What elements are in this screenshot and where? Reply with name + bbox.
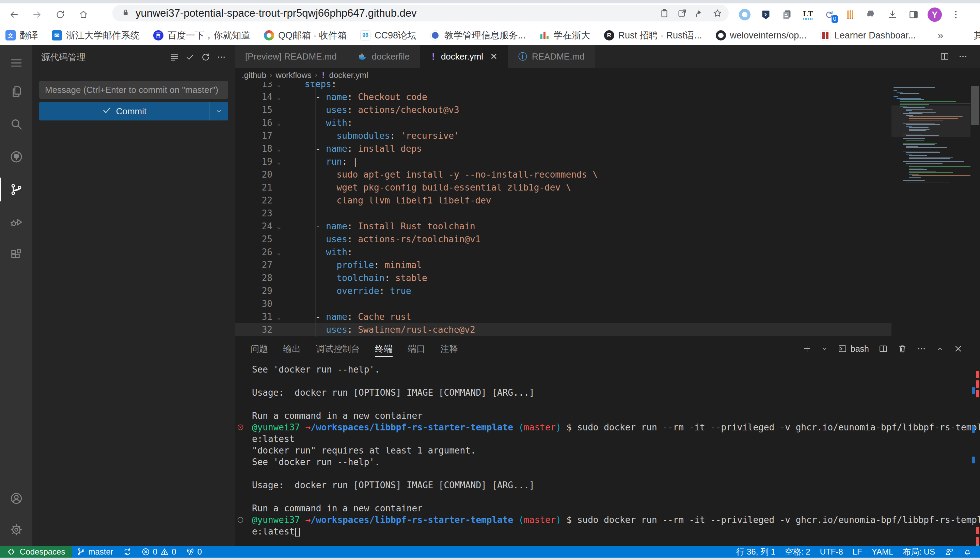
bookmark-item[interactable]: 百百度一下，你就知道 bbox=[153, 29, 250, 42]
star-icon[interactable] bbox=[712, 8, 722, 18]
puzzle-button[interactable] bbox=[864, 7, 879, 22]
terminal[interactable]: See 'docker run --help'.Usage: docker ru… bbox=[235, 364, 980, 546]
kebab-button[interactable] bbox=[948, 7, 963, 22]
panel-tab-调试控制台[interactable]: 调试控制台 bbox=[316, 337, 360, 360]
fold-chevron-icon[interactable]: ⌄ bbox=[274, 142, 283, 155]
commit-message-input[interactable] bbox=[39, 81, 228, 99]
forward-icon[interactable] bbox=[28, 5, 46, 24]
line-number: 31 bbox=[235, 310, 273, 323]
avatar-button[interactable]: Y bbox=[927, 7, 942, 22]
fold-chevron-icon[interactable]: ⌄ bbox=[274, 155, 283, 168]
share-icon[interactable] bbox=[695, 8, 705, 18]
status-keyboard-layout[interactable]: 布局: US bbox=[898, 546, 940, 558]
chev-down-icon[interactable] bbox=[821, 345, 828, 352]
commit-dropdown-chevron[interactable] bbox=[209, 102, 228, 120]
clipboard-icon[interactable] bbox=[659, 8, 669, 18]
split-icon[interactable] bbox=[878, 344, 888, 353]
check-icon[interactable] bbox=[185, 52, 195, 62]
home-icon[interactable] bbox=[74, 5, 93, 24]
activity-extensions[interactable] bbox=[0, 240, 32, 270]
plus-icon[interactable] bbox=[802, 344, 812, 353]
commit-button[interactable]: Commit bbox=[39, 102, 228, 120]
ellipsis-icon[interactable] bbox=[217, 52, 226, 62]
tab-dockerfile[interactable]: dockerfile bbox=[347, 45, 420, 68]
activity-run-debug[interactable] bbox=[0, 208, 32, 237]
status-language-mode[interactable]: YAML bbox=[867, 546, 898, 558]
pencils-button[interactable] bbox=[843, 7, 858, 22]
activity-source-control[interactable] bbox=[0, 175, 32, 204]
chev-up-icon[interactable] bbox=[936, 345, 944, 353]
panel-button[interactable] bbox=[906, 7, 921, 22]
activity-github[interactable] bbox=[0, 142, 32, 172]
fold-chevron-icon[interactable]: ⌄ bbox=[274, 220, 283, 233]
split-icon[interactable] bbox=[940, 52, 949, 61]
activity-menu[interactable] bbox=[0, 48, 32, 78]
bookmark-item[interactable]: 98CC98论坛 bbox=[360, 29, 416, 42]
panel-tab-注释[interactable]: 注释 bbox=[440, 337, 458, 360]
status-encoding[interactable]: UTF-8 bbox=[815, 546, 848, 558]
status-cursor-position[interactable]: 行 36, 列 1 bbox=[731, 546, 780, 558]
panel-tab-问题[interactable]: 问题 bbox=[250, 337, 268, 360]
breadcrumb-item[interactable]: .github bbox=[242, 70, 266, 80]
bookmarks-overflow-chevron[interactable]: » bbox=[929, 30, 952, 41]
bookmark-item[interactable]: weloveinterns/op... bbox=[716, 30, 807, 41]
fold-chevron-icon[interactable]: ⌄ bbox=[274, 117, 283, 129]
status-branch[interactable]: master bbox=[72, 546, 118, 558]
fold-chevron-icon[interactable]: ⌄ bbox=[274, 90, 283, 103]
languagetool-button[interactable]: LT bbox=[801, 7, 816, 22]
status-eol[interactable]: LF bbox=[848, 546, 867, 558]
bookmark-item[interactable]: Learner Dashboar... bbox=[820, 30, 916, 41]
breadcrumb-item[interactable]: docker.yml bbox=[329, 70, 368, 80]
ellipsis-icon[interactable] bbox=[916, 344, 926, 353]
ring-button[interactable] bbox=[737, 7, 752, 22]
scrollbar-thumb[interactable] bbox=[971, 86, 979, 125]
minimap-viewport[interactable] bbox=[891, 105, 970, 137]
terminal-instance-bash[interactable]: bash bbox=[838, 344, 869, 354]
bookmark-item[interactable]: QQ邮箱 - 收件箱 bbox=[264, 29, 347, 42]
url-text[interactable]: yunwei37-potential-space-trout-rpr5qwj66… bbox=[135, 7, 416, 19]
panel-tab-输出[interactable]: 输出 bbox=[283, 337, 301, 360]
fold-chevron-icon[interactable]: ⌄ bbox=[274, 246, 283, 258]
breadcrumb-item[interactable]: workflows bbox=[276, 70, 311, 80]
back-icon[interactable] bbox=[5, 5, 23, 24]
status-problems[interactable]: 00 bbox=[137, 546, 181, 558]
fold-chevron-icon[interactable]: ⌄ bbox=[274, 310, 283, 323]
bookmark-item[interactable]: 学在浙大 bbox=[539, 29, 590, 42]
view-list-icon[interactable] bbox=[170, 52, 179, 62]
sync-badge-button[interactable]: 0 bbox=[822, 7, 837, 22]
fold-chevron-icon[interactable]: ⌄ bbox=[274, 82, 283, 90]
status-ports[interactable]: 0 bbox=[181, 546, 207, 558]
tab-docker.yml[interactable]: !docker.yml✕ bbox=[420, 45, 508, 68]
status-codespaces[interactable]: Codespaces bbox=[0, 546, 72, 558]
panel-tab-终端[interactable]: 终端 bbox=[375, 337, 393, 360]
shield-button[interactable] bbox=[758, 7, 773, 22]
pages-button[interactable] bbox=[779, 7, 794, 22]
tab-readme.md[interactable]: ⓘREADME.md bbox=[508, 45, 595, 68]
ellipsis-icon[interactable] bbox=[958, 52, 968, 61]
activity-explorer[interactable] bbox=[0, 77, 32, 106]
bookmark-item[interactable]: 教学管理信息服务... bbox=[430, 29, 526, 42]
status-feedback[interactable] bbox=[940, 546, 958, 558]
download-button[interactable] bbox=[885, 7, 900, 22]
activity-account[interactable] bbox=[0, 484, 32, 513]
other-bookmarks[interactable]: 其他书签 bbox=[960, 29, 980, 42]
profile-avatar[interactable]: Y bbox=[928, 7, 942, 22]
reload-icon[interactable] bbox=[51, 5, 69, 24]
activity-settings-gear[interactable] bbox=[0, 515, 32, 544]
status-sync[interactable] bbox=[118, 546, 137, 558]
status-notifications[interactable] bbox=[958, 546, 977, 558]
bookmark-item[interactable]: 文翻译 bbox=[5, 29, 38, 42]
open-in-new-icon[interactable] bbox=[677, 8, 687, 18]
bookmark-item[interactable]: ✉浙江大学邮件系统 bbox=[52, 29, 140, 42]
address-bar[interactable]: yunwei37-potential-space-trout-rpr5qwj66… bbox=[112, 5, 729, 22]
bookmark-item[interactable]: RRust 招聘 - Rust语... bbox=[604, 29, 702, 42]
panel-tab-端口[interactable]: 端口 bbox=[408, 337, 425, 360]
status-indentation[interactable]: 空格: 2 bbox=[780, 546, 815, 558]
activity-search[interactable] bbox=[0, 110, 32, 139]
refresh-icon[interactable] bbox=[201, 52, 211, 62]
minimap-line bbox=[903, 138, 925, 139]
close-icon[interactable]: ✕ bbox=[490, 52, 497, 62]
tab--preview-readme.md[interactable]: [Preview] README.md bbox=[235, 45, 347, 68]
close-icon[interactable] bbox=[953, 344, 963, 353]
trash-icon[interactable] bbox=[898, 344, 907, 353]
